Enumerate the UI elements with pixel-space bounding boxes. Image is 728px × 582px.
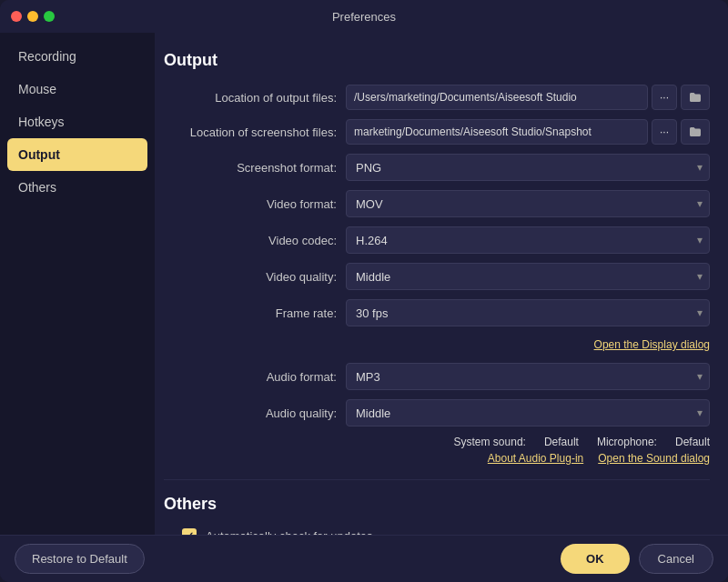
preferences-window: Preferences Recording Mouse Hotkeys Outp… [0, 0, 728, 582]
ok-button[interactable]: OK [561, 544, 630, 574]
sidebar-item-mouse[interactable]: Mouse [0, 73, 155, 105]
minimize-button[interactable] [27, 11, 38, 22]
sidebar-item-others[interactable]: Others [0, 171, 155, 204]
audio-quality-label: Audio quality: [164, 406, 346, 420]
bottom-bar: Restore to Default OK Cancel [0, 535, 728, 582]
section-divider [164, 479, 710, 480]
cancel-button[interactable]: Cancel [639, 544, 713, 574]
close-button[interactable] [11, 11, 22, 22]
video-codec-row: Video codec: H.264 H.265 ▾ [164, 226, 710, 254]
screenshot-format-label: Screenshot format: [164, 161, 346, 175]
sound-dialog-link[interactable]: Open the Sound dialog [598, 452, 710, 465]
audio-links-row: About Audio Plug-in Open the Sound dialo… [164, 452, 710, 465]
screenshot-location-input-group: ··· [346, 119, 710, 145]
system-sound-value: Default [544, 436, 579, 448]
screenshot-location-folder-button[interactable] [681, 119, 710, 145]
display-dialog-link[interactable]: Open the Display dialog [594, 338, 710, 351]
sidebar: Recording Mouse Hotkeys Output Others [0, 33, 155, 535]
video-format-select-wrapper: MOV MP4 AVI ▾ [346, 190, 710, 217]
video-format-label: Video format: [164, 197, 346, 211]
audio-quality-row: Audio quality: Middle High Low ▾ [164, 399, 710, 426]
video-quality-select-wrapper: Middle High Low ▾ [346, 263, 710, 290]
frame-rate-row: Frame rate: 30 fps 60 fps 24 fps ▾ [164, 299, 710, 326]
sidebar-item-hotkeys[interactable]: Hotkeys [0, 105, 155, 138]
screenshot-location-row: Location of screenshot files: ··· [164, 119, 710, 145]
screenshot-location-input[interactable] [346, 119, 648, 145]
others-section-title: Others [164, 495, 710, 514]
output-location-input-group: ··· [346, 85, 710, 110]
video-codec-select-wrapper: H.264 H.265 ▾ [346, 226, 710, 254]
screenshot-location-label: Location of screenshot files: [164, 125, 346, 139]
video-format-select[interactable]: MOV MP4 AVI [346, 190, 710, 217]
output-section-title: Output [164, 51, 710, 70]
content-area: Output Location of output files: ··· Loc… [155, 33, 728, 535]
about-audio-plugin-link[interactable]: About Audio Plug-in [488, 452, 583, 465]
video-quality-label: Video quality: [164, 270, 346, 284]
display-dialog-link-row: Open the Display dialog [164, 336, 710, 352]
traffic-lights [11, 11, 55, 22]
video-quality-select[interactable]: Middle High Low [346, 263, 710, 290]
screenshot-location-dots-button[interactable]: ··· [652, 119, 677, 145]
audio-quality-select[interactable]: Middle High Low [346, 399, 710, 426]
output-location-dots-button[interactable]: ··· [652, 85, 677, 110]
sidebar-item-output[interactable]: Output [7, 138, 147, 171]
microphone-value: Default [675, 436, 710, 448]
restore-default-button[interactable]: Restore to Default [15, 544, 145, 574]
titlebar: Preferences [0, 0, 728, 33]
video-format-row: Video format: MOV MP4 AVI ▾ [164, 190, 710, 217]
audio-format-row: Audio format: MP3 AAC WAV ▾ [164, 363, 710, 390]
audio-format-select[interactable]: MP3 AAC WAV [346, 363, 710, 390]
maximize-button[interactable] [44, 11, 55, 22]
auto-check-updates-row: Automatically check for updates [164, 528, 710, 535]
output-location-row: Location of output files: ··· [164, 85, 710, 110]
main-content: Recording Mouse Hotkeys Output Others Ou… [0, 33, 728, 535]
output-location-input[interactable] [346, 85, 648, 110]
screenshot-format-select-wrapper: PNG JPG BMP ▾ [346, 154, 710, 181]
video-codec-select[interactable]: H.264 H.265 [346, 226, 710, 254]
frame-rate-label: Frame rate: [164, 306, 346, 320]
microphone-label: Microphone: [597, 436, 657, 448]
frame-rate-select[interactable]: 30 fps 60 fps 24 fps [346, 299, 710, 326]
output-location-folder-button[interactable] [681, 85, 710, 110]
audio-format-label: Audio format: [164, 370, 346, 384]
sidebar-item-recording[interactable]: Recording [0, 40, 155, 73]
output-location-label: Location of output files: [164, 91, 346, 105]
audio-info-row: System sound: Default Microphone: Defaul… [164, 436, 710, 448]
auto-check-updates-checkbox[interactable] [182, 528, 197, 535]
screenshot-format-select[interactable]: PNG JPG BMP [346, 154, 710, 181]
screenshot-format-row: Screenshot format: PNG JPG BMP ▾ [164, 154, 710, 181]
window-title: Preferences [332, 10, 396, 24]
video-quality-row: Video quality: Middle High Low ▾ [164, 263, 710, 290]
bottom-right-buttons: OK Cancel [561, 544, 713, 574]
system-sound-label: System sound: [454, 436, 526, 448]
audio-format-select-wrapper: MP3 AAC WAV ▾ [346, 363, 710, 390]
audio-quality-select-wrapper: Middle High Low ▾ [346, 399, 710, 426]
frame-rate-select-wrapper: 30 fps 60 fps 24 fps ▾ [346, 299, 710, 326]
video-codec-label: Video codec: [164, 234, 346, 247]
